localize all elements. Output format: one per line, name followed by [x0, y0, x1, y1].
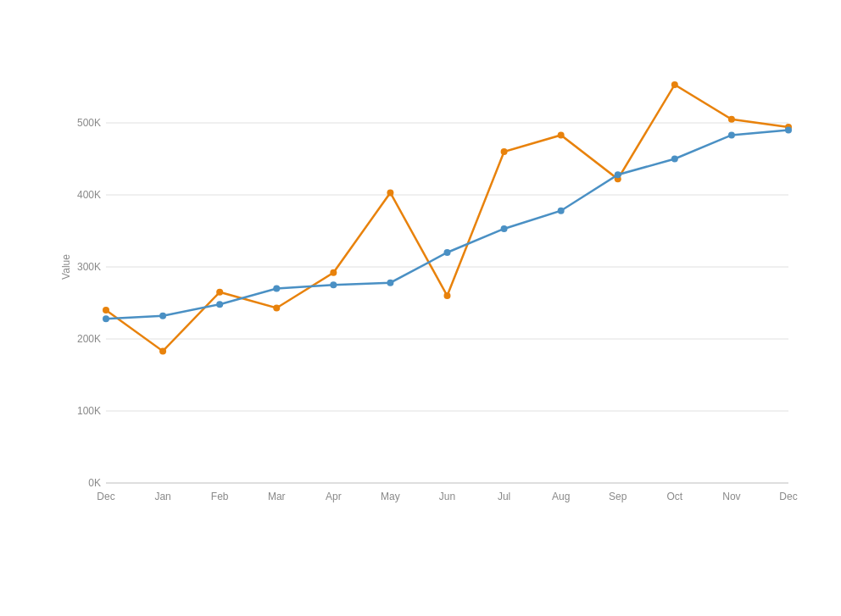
svg-point-44: [330, 281, 337, 288]
svg-text:200K: 200K: [77, 333, 101, 345]
svg-text:100K: 100K: [77, 405, 101, 417]
svg-text:Feb: Feb: [211, 491, 229, 502]
svg-point-33: [444, 292, 451, 299]
svg-point-28: [159, 347, 166, 354]
chart-svg: 0K100K200K300K400K500KDecJanFebMarAprMay…: [59, 34, 805, 525]
svg-point-27: [103, 307, 109, 314]
svg-text:Nov: Nov: [722, 491, 740, 502]
svg-point-40: [103, 315, 109, 322]
svg-point-31: [330, 269, 337, 276]
svg-point-47: [501, 225, 508, 232]
svg-text:Jan: Jan: [154, 491, 170, 502]
svg-text:Dec: Dec: [97, 491, 114, 502]
svg-text:Value: Value: [60, 254, 72, 280]
svg-text:Dec: Dec: [779, 491, 797, 502]
svg-point-30: [273, 304, 280, 311]
svg-point-46: [444, 249, 451, 256]
svg-point-49: [615, 171, 621, 178]
svg-point-45: [387, 280, 393, 286]
svg-point-35: [558, 131, 565, 138]
svg-text:Mar: Mar: [268, 491, 286, 502]
svg-point-34: [501, 148, 508, 155]
svg-text:500K: 500K: [77, 117, 101, 129]
svg-point-38: [728, 116, 735, 123]
svg-text:Jul: Jul: [498, 491, 510, 502]
svg-point-41: [159, 313, 166, 319]
svg-text:Oct: Oct: [666, 491, 682, 502]
svg-point-29: [216, 289, 223, 296]
svg-point-48: [558, 208, 565, 214]
svg-text:May: May: [381, 491, 400, 502]
svg-point-32: [387, 189, 393, 196]
svg-point-51: [728, 131, 735, 138]
chart-container: 0K100K200K300K400K500KDecJanFebMarAprMay…: [25, 34, 822, 559]
svg-point-52: [785, 127, 792, 134]
svg-text:Sep: Sep: [609, 491, 627, 502]
svg-point-50: [671, 156, 678, 163]
svg-text:300K: 300K: [77, 261, 101, 273]
svg-text:0K: 0K: [88, 477, 101, 489]
svg-text:Apr: Apr: [326, 491, 342, 502]
svg-text:400K: 400K: [77, 189, 101, 201]
svg-point-43: [273, 286, 280, 292]
svg-text:Jun: Jun: [439, 491, 455, 502]
svg-point-42: [216, 301, 223, 308]
svg-text:Aug: Aug: [552, 491, 570, 502]
svg-point-37: [671, 81, 678, 88]
